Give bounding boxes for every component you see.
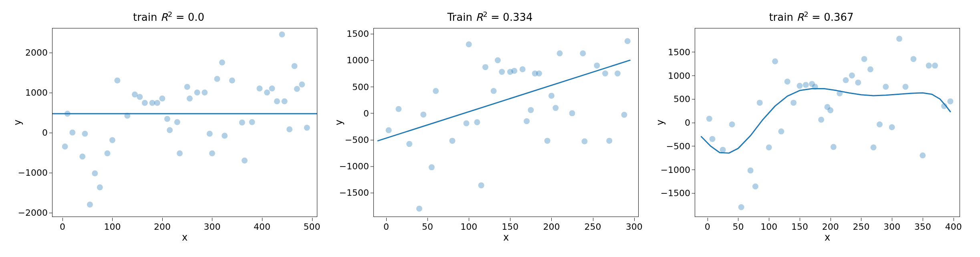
x-tick-label: 250 [853, 222, 869, 232]
y-tick-label: −1500 [661, 188, 690, 198]
tick-mark [551, 218, 552, 221]
scatter-point [239, 120, 245, 126]
x-tick-label: 0 [705, 222, 710, 232]
fit-line [701, 88, 950, 153]
y-tick: 0 [363, 108, 369, 118]
tick-mark [371, 193, 374, 193]
scatter-point [790, 100, 797, 106]
scatter-point [433, 88, 439, 94]
y-tick-label: 1000 [668, 70, 690, 80]
scatter-point [474, 119, 480, 125]
tick-mark [692, 52, 695, 52]
scatter-point [142, 100, 148, 106]
x-tick-label: 50 [732, 222, 744, 232]
scatter-point [548, 93, 555, 99]
y-tick: 1000 [668, 70, 690, 80]
scatter-point [709, 136, 715, 142]
scatter-point [194, 90, 200, 96]
tick-mark [892, 218, 892, 221]
tick-mark [510, 218, 510, 221]
chart-title: train R2 = 0.0 [8, 10, 329, 23]
title-suffix: = 0.334 [488, 11, 533, 23]
scatter-point [395, 106, 401, 112]
scatter-point [294, 86, 300, 92]
scatter-point [207, 131, 213, 137]
scatter-point [299, 82, 305, 88]
x-tick-label: 300 [626, 222, 643, 232]
x-tick: 250 [585, 222, 601, 232]
scatter-point [524, 118, 530, 124]
scatter-point [902, 84, 908, 90]
scatter-point [748, 167, 754, 173]
x-tick: 0 [383, 222, 389, 232]
scatter-point [164, 116, 170, 122]
scatter-point [831, 144, 837, 150]
scatter-point [544, 138, 550, 144]
scatter-point [219, 60, 225, 66]
x-tick: 200 [543, 222, 560, 232]
scatter-point [420, 112, 426, 118]
y-tick-label: 0 [685, 118, 690, 128]
title-var: R [476, 11, 483, 23]
scatter-point [167, 127, 173, 133]
y-tick-label: 1500 [347, 29, 369, 39]
scatter-point [177, 151, 183, 157]
scatter-point [274, 98, 280, 104]
x-axis-label: x [52, 232, 317, 243]
scatter-point [286, 126, 292, 133]
scatter-point [947, 98, 953, 104]
y-tick: 500 [352, 82, 369, 92]
plot-svg [374, 28, 638, 217]
scatter-point [932, 62, 938, 68]
scatter-point [304, 125, 310, 131]
title-suffix: = 0.0 [172, 11, 204, 23]
y-axis-label: y [12, 28, 23, 217]
x-tick-label: 0 [60, 222, 65, 232]
y-tick-label: 500 [673, 94, 690, 104]
title-sup: 2 [168, 10, 173, 18]
y-tick-label: −1000 [661, 165, 690, 175]
title-var: R [797, 11, 804, 23]
scatter-point [109, 137, 115, 143]
tick-mark [692, 76, 695, 76]
scatter-point [557, 50, 563, 56]
y-tick-label: −1000 [18, 168, 48, 178]
scatter-point [429, 164, 435, 170]
scatter-point [784, 78, 790, 84]
x-tick: 400 [254, 222, 270, 232]
y-tick-label: −2000 [18, 208, 48, 218]
scatter-point [536, 70, 542, 76]
scatter-point [269, 86, 275, 92]
scatter-point [621, 112, 627, 118]
scatter-point [843, 77, 849, 83]
chart-panel-2: train R2 = 0.367 y 050100150200250300350… [651, 4, 972, 253]
scatter-point [62, 144, 68, 150]
x-tick-label: 150 [502, 222, 518, 232]
tick-mark [593, 218, 593, 221]
x-tick-label: 300 [883, 222, 900, 232]
scatter-point [187, 96, 193, 102]
x-tick-label: 100 [104, 222, 121, 232]
title-var: R [161, 11, 168, 23]
scatter-point [291, 63, 297, 69]
scatter-point [464, 120, 470, 126]
x-tick-label: 200 [822, 222, 839, 232]
scatter-point [92, 171, 98, 177]
scatter-point [279, 32, 285, 38]
x-tick-label: 300 [204, 222, 220, 232]
scatter-point [849, 72, 855, 78]
x-tick: 150 [502, 222, 518, 232]
y-tick: 1500 [668, 47, 690, 57]
title-sup: 2 [804, 10, 809, 18]
scatter-point [159, 96, 165, 102]
tick-mark [692, 99, 695, 99]
tick-mark [831, 218, 831, 221]
scatter-point [184, 84, 190, 90]
scatter-point [729, 121, 735, 127]
y-tick: 0 [685, 118, 690, 128]
y-tick-label: −500 [666, 141, 690, 151]
tick-mark [386, 218, 387, 221]
x-tick-label: 100 [460, 222, 477, 232]
scatter-point [766, 145, 772, 151]
plot-svg [52, 28, 317, 217]
